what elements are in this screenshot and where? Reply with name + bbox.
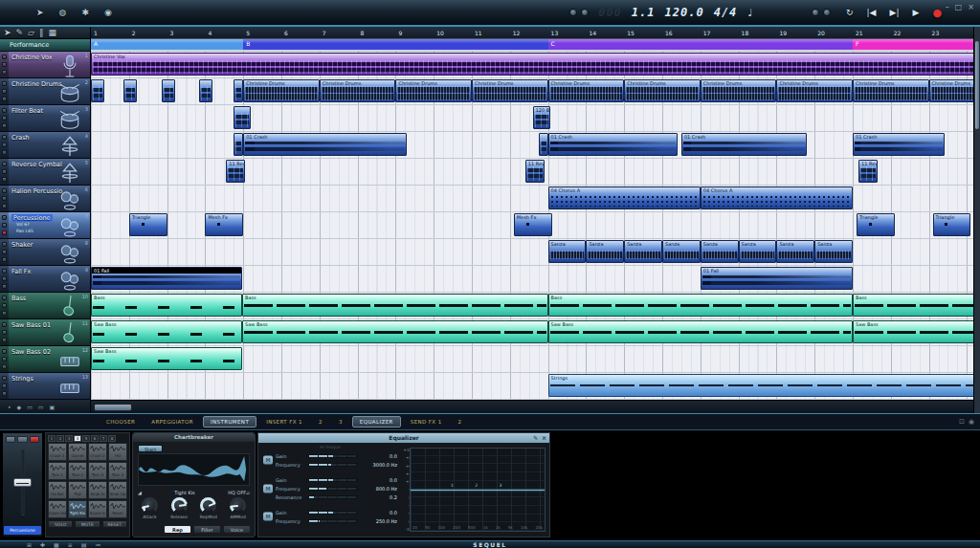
fader-handle[interactable] (13, 478, 32, 487)
track-lane-filter-beat[interactable]: 120 Beat (91, 105, 973, 132)
split-icon[interactable]: ∥ (39, 28, 44, 37)
record-button[interactable] (30, 436, 39, 443)
filter-mode-button[interactable]: Filter (193, 525, 221, 534)
solo-button[interactable] (2, 169, 7, 174)
sample-pad-tght-kis[interactable]: Tght Kis (68, 500, 87, 518)
maximize-button[interactable]: □ (955, 3, 963, 11)
record-enable-button[interactable] (2, 177, 7, 182)
solo-button[interactable] (2, 303, 7, 308)
clip-01-crash[interactable]: 01 Crash (548, 133, 678, 156)
sample-pad-shak-up[interactable]: Shak Up (108, 481, 127, 499)
time-signature[interactable]: 4/4 (714, 6, 738, 19)
arranger-part-F[interactable]: F (853, 39, 973, 50)
track-lane-shaker[interactable]: SanzaSanzaSanzaSanzaSanzaSanzaSanzaSanza (91, 239, 973, 266)
track-header-halion-percussio[interactable]: Halion Percussio6 (0, 186, 90, 212)
mute-button[interactable]: MUTE (75, 520, 100, 528)
clip-strings[interactable]: Strings (548, 374, 973, 397)
solo-button[interactable] (17, 436, 27, 443)
eq-curve-display[interactable]: 1 2 3 20501002005001k2k5k10k20k (410, 448, 546, 532)
mute-button[interactable] (2, 55, 7, 59)
clip-01-fall[interactable]: 01 Fall (701, 267, 853, 290)
knob-attack[interactable]: Attack (137, 497, 162, 519)
tab-send-fx-1[interactable]: SEND FX 1 (404, 417, 449, 427)
solo-button[interactable] (2, 223, 7, 228)
tab-2[interactable]: 2 (452, 417, 469, 427)
sample-name[interactable]: Tight Kis (142, 490, 228, 495)
clip[interactable] (91, 79, 104, 102)
draw-icon[interactable]: ✎ (16, 28, 24, 37)
track-lane-strings[interactable]: Strings (91, 373, 973, 400)
clip-01-crash[interactable]: 01 Crash (243, 133, 407, 156)
param-slider[interactable] (308, 478, 358, 482)
solo-button[interactable] (2, 116, 7, 121)
help-icon[interactable]: ◉ (969, 418, 974, 426)
solo-button[interactable] (2, 89, 7, 94)
play-icon[interactable]: ▶ (912, 8, 919, 17)
mute-button[interactable] (6, 436, 15, 443)
pad-page-7[interactable]: 7 (100, 435, 107, 442)
sample-pad-shak-in[interactable]: Shak In (88, 481, 107, 499)
track-header-bass[interactable]: Bass10 (0, 293, 90, 319)
tab-arpeggiator[interactable]: ARPEGGIATOR (145, 417, 200, 427)
tab-equalizer[interactable]: EQUALIZER (352, 416, 401, 427)
track-lane-percussione[interactable]: TriangleMesh FxMesh FxTriangleTriangle (91, 212, 973, 239)
clip-11-rever[interactable]: 11 Rever (858, 160, 878, 183)
tab-instrument[interactable]: INSTRUMENT (203, 416, 256, 427)
arrangement-area[interactable]: 1234567891011121314151617181920212223 AB… (91, 27, 973, 413)
record-enable-button[interactable] (2, 70, 7, 75)
clip-christine-drums[interactable]: Christine Drums (395, 79, 472, 102)
mute-button[interactable] (2, 322, 7, 327)
reset-button[interactable]: RESET (102, 520, 127, 528)
band-power-button[interactable]: M (263, 513, 273, 521)
pan-tool-icon[interactable]: ➤ (36, 8, 44, 17)
h-scroll-thumb[interactable] (94, 404, 132, 411)
monitor-2-icon[interactable]: ▭ (38, 404, 44, 410)
metronome-icon[interactable]: ♩ (746, 7, 754, 19)
sample-pad-open-hd[interactable]: Open Hd (48, 500, 67, 518)
solo-button[interactable] (2, 357, 7, 362)
clip-christine-drums[interactable]: Christine Drums (472, 79, 548, 102)
clip-sanza[interactable]: Sanza (776, 240, 814, 263)
track-lane-crash[interactable]: 01 Crash01 Crash01 Crash01 Crash (91, 132, 973, 159)
previous-icon[interactable]: |◀ (867, 8, 877, 17)
clip-christine-drums[interactable]: Christine Drums (701, 79, 777, 102)
track-header-filter-beat[interactable]: Filter Beat3 (0, 105, 90, 132)
pad-page-1[interactable]: 1 (48, 435, 56, 442)
clip-sanza[interactable]: Sanza (548, 240, 587, 263)
eq-point-1[interactable]: 1 (451, 483, 454, 488)
clip[interactable] (162, 79, 175, 102)
clip[interactable] (234, 133, 243, 156)
clip-christine-drums[interactable]: Christine Drums (548, 79, 625, 102)
clip-sanza[interactable]: Sanza (701, 240, 739, 263)
track-header-crash[interactable]: Crash4 (0, 132, 90, 159)
record-enable-button[interactable] (2, 338, 7, 342)
clip-saw-bass[interactable]: Saw Bass (91, 320, 242, 343)
eq-point-3[interactable]: 3 (499, 483, 501, 488)
track-header-saw-bass-01[interactable]: Saw Bass 0111 (0, 319, 90, 346)
pad-page-6[interactable]: 6 (91, 435, 99, 442)
arranger-part-A[interactable]: A (91, 39, 243, 50)
clip-04-chorus-a[interactable]: 04 Chorus A (548, 186, 701, 209)
pad-page-3[interactable]: 3 (65, 435, 73, 442)
clip-christine-drums[interactable]: Christine Drums (776, 79, 853, 102)
pad-page-8[interactable]: 8 (108, 435, 116, 442)
track-header-fall-fx[interactable]: Fall Fx9 (0, 266, 90, 293)
clip-sanza[interactable]: Sanza (739, 240, 777, 263)
pad-page-5[interactable]: 5 (82, 435, 90, 442)
edit-pencil-icon[interactable]: ✎ (533, 433, 538, 443)
clip-saw-bass[interactable]: Saw Bass (91, 347, 242, 370)
clip[interactable] (539, 133, 548, 156)
clip-triangle[interactable]: Triangle (857, 213, 895, 236)
clip-01-crash[interactable]: 01 Crash (681, 133, 807, 156)
param-slider[interactable] (308, 511, 358, 515)
mute-button[interactable] (2, 376, 7, 381)
vertical-scrollbar[interactable] (973, 27, 980, 413)
sample-pad-crash-2[interactable]: Crash 2 (88, 443, 107, 461)
clip[interactable] (234, 106, 251, 129)
clip-saw-bass[interactable]: Saw Bass (548, 320, 853, 343)
record-enable-button[interactable] (2, 97, 7, 101)
start-button[interactable]: Start (138, 445, 163, 452)
param-slider[interactable] (308, 454, 358, 458)
track-header-shaker[interactable]: Shaker8 (0, 239, 90, 266)
record-enable-button[interactable] (2, 123, 7, 128)
